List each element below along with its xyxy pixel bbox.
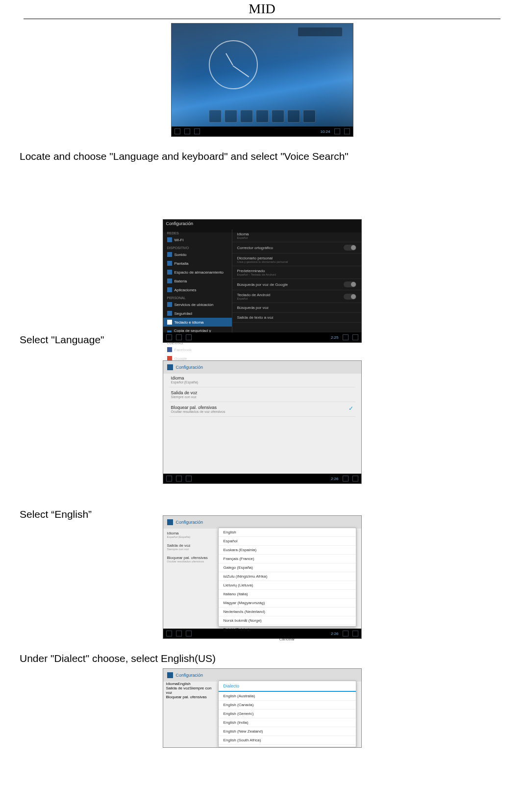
settings-icon xyxy=(167,672,173,678)
side-sub: English xyxy=(178,682,191,686)
language-item: Nederlands (Nederland) xyxy=(219,608,356,616)
side-title: Salida de voz xyxy=(167,543,191,548)
settings-title: Configuración xyxy=(176,365,203,370)
language-item: Italiano (Italia) xyxy=(219,590,356,599)
battery-icon xyxy=(352,476,358,482)
system-navbar: 10:24 xyxy=(172,127,353,136)
system-navbar: 2:25 xyxy=(163,332,361,342)
row-title: Corrector ortográfico xyxy=(237,246,273,250)
settings-icon xyxy=(167,364,173,370)
option-title: Salida de voz xyxy=(171,390,353,395)
setting-row-language: IdiomaEspañol xyxy=(232,229,361,242)
settings-title: Configuración xyxy=(176,673,203,678)
side-option: Bloquear pal. ofensivas xyxy=(166,695,215,699)
dock-app-icon xyxy=(303,110,316,123)
setting-row-spellcheck: Corrector ortográfico xyxy=(232,242,361,254)
screenshot-home: 10:24 xyxy=(171,23,353,137)
screenshot-voice-settings: Configuración IdiomaEspañol (España) Sal… xyxy=(163,360,362,484)
back-icon xyxy=(175,128,180,134)
instruction-step-4: Under "Dialect" choose, select English(U… xyxy=(20,653,504,664)
sidebar-item-location: Servicios de ubicación xyxy=(163,300,232,309)
sidebar-item-sound: Sonido xyxy=(163,250,232,259)
side-title: Bloquear pal. ofensivas xyxy=(166,695,207,699)
status-time: 2:26 xyxy=(331,477,339,481)
dock-app-icon xyxy=(240,110,253,123)
battery-icon xyxy=(167,279,172,283)
screenshot-language-list: Configuración IdiomaEspañol (España) Sal… xyxy=(163,515,362,639)
row-title: Teclado de Android xyxy=(237,293,271,297)
battery-icon xyxy=(352,631,358,636)
option-sub: Ocultar resultados de voz ofensivos xyxy=(171,410,353,413)
sidebar-item-security: Seguridad xyxy=(163,309,232,318)
side-title: Salida de voz xyxy=(166,686,190,690)
wifi-icon xyxy=(334,128,340,134)
dock-app-icon xyxy=(287,110,300,123)
dialect-item: English (Generic) xyxy=(219,710,356,718)
language-item: Français (France) xyxy=(219,555,356,563)
header-rule xyxy=(24,19,500,19)
language-item: Magyar (Magyarország) xyxy=(219,599,356,608)
checkmark-icon: ✓ xyxy=(349,405,353,412)
screenshot-dialect-dialog: Configuración IdiomaEnglish Salida de vo… xyxy=(163,668,362,748)
location-icon xyxy=(167,302,172,307)
toggle-icon xyxy=(344,245,356,251)
sidebar-label: Sonido xyxy=(175,253,187,257)
screenshot-settings-dark: Configuración REDES Wi-Fi DISPOSITIVO So… xyxy=(163,219,362,343)
settings-icon xyxy=(167,519,173,525)
apps-icon xyxy=(167,287,172,292)
sound-icon xyxy=(167,252,172,257)
row-title: Predeterminado xyxy=(237,269,265,273)
language-item: Euskara (Espainia) xyxy=(219,546,356,555)
side-options: IdiomaEnglish Salida de vozSiempre con v… xyxy=(163,679,218,747)
sidebar-item-facebook: Facebook xyxy=(163,345,232,354)
dock-app-icon xyxy=(209,110,222,123)
sidebar-label: Seguridad xyxy=(175,311,192,316)
system-navbar: 2:26 xyxy=(163,474,361,483)
side-option: IdiomaEnglish xyxy=(166,682,215,686)
language-item: Español xyxy=(219,537,356,546)
wifi-icon xyxy=(343,334,349,340)
sidebar-label: Servicios de ubicación xyxy=(175,303,214,307)
option-sub: Español (España) xyxy=(171,381,353,384)
wifi-icon xyxy=(343,476,349,482)
sidebar-item-display: Pantalla xyxy=(163,259,232,268)
language-item: isiZulu (iNingizimu Afrika) xyxy=(219,572,356,581)
dock-app-icon xyxy=(272,110,284,123)
instruction-step-2: Select "Language" xyxy=(20,334,104,346)
sidebar-section: PERSONAL xyxy=(163,294,232,300)
sidebar-label: Wi-Fi xyxy=(175,238,184,242)
facebook-icon xyxy=(167,347,172,352)
sidebar-item-wifi: Wi-Fi xyxy=(163,235,232,244)
recents-icon xyxy=(186,334,192,340)
setting-row-tts: Salida de texto a voz xyxy=(232,313,361,323)
dock-app-icon xyxy=(225,110,237,123)
setting-row-dictionary: Diccionario personalCrea y gestiona tu d… xyxy=(232,254,361,266)
recents-icon xyxy=(194,128,200,134)
side-sub: Español (España) xyxy=(167,535,214,538)
dock-app-icon xyxy=(256,110,269,123)
battery-icon xyxy=(344,128,350,134)
row-title: Búsqueda por voz xyxy=(237,305,269,310)
setting-row-voice-search-2: Búsqueda por voz xyxy=(232,303,361,313)
sidebar-item-battery: Batería xyxy=(163,277,232,285)
display-icon xyxy=(167,261,172,266)
side-option: IdiomaEspañol (España) xyxy=(166,529,215,541)
language-item: Lietuvių (Lietuva) xyxy=(219,581,356,590)
side-option: Salida de vozSiempre con voz xyxy=(166,686,215,695)
sidebar-section: REDES xyxy=(163,229,232,235)
page-header-title: MID xyxy=(0,0,524,17)
language-icon xyxy=(167,320,172,325)
storage-icon xyxy=(167,270,172,275)
system-navbar: 2:26 xyxy=(163,629,361,638)
side-title: Idioma xyxy=(167,531,179,535)
language-item: Norsk bokmål (Norge) xyxy=(219,616,356,625)
back-icon xyxy=(166,334,172,340)
row-title: Salida de texto a voz xyxy=(237,315,274,320)
sidebar-label: Teclado e idioma xyxy=(175,320,204,325)
settings-main: IdiomaEspañol Corrector ortográfico Dicc… xyxy=(232,229,361,332)
lock-icon xyxy=(167,311,172,316)
back-icon xyxy=(166,476,172,482)
dialect-item: English (South Africa) xyxy=(219,736,356,745)
sidebar-item-storage: Espacio de almacenamiento xyxy=(163,268,232,277)
dialect-dialog: Dialecto English (Australia) English (Ca… xyxy=(218,681,356,747)
